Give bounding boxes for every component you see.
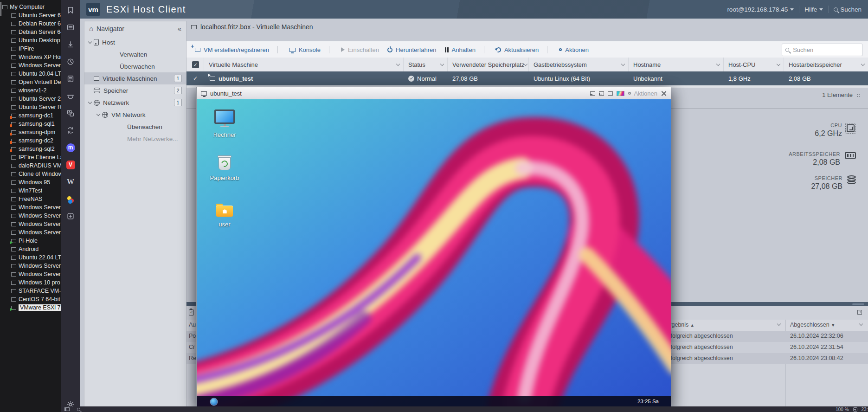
column-header-status[interactable]: Status — [404, 58, 448, 71]
chevron-down-icon[interactable] — [87, 39, 94, 45]
vm-library-item[interactable]: Pi-Hole — [0, 237, 61, 245]
vm-library-item[interactable]: Windows Server 201 — [0, 228, 61, 237]
page-zoom-icon[interactable] — [77, 408, 80, 411]
vm-library-item[interactable]: samsung-sql1 — [0, 120, 61, 128]
vm-library-item[interactable]: samsung-sql2 — [0, 145, 61, 153]
column-header-vm[interactable]: Virtuelle Maschine — [204, 58, 404, 71]
toolbar-button[interactable]: Herunterfahren — [387, 46, 436, 53]
vm-library-item[interactable]: Android — [0, 245, 61, 253]
row-checkbox[interactable]: ✓ — [186, 71, 204, 85]
vm-library-item[interactable]: samsung-dc2 — [0, 136, 61, 145]
window-fullscreen-icon[interactable] — [608, 91, 613, 96]
translate-icon[interactable] — [66, 109, 75, 118]
vm-library-item[interactable]: Win7Test — [0, 187, 61, 195]
vm-library-item[interactable]: Open Virtuell Deskt — [0, 78, 61, 86]
vm-library-item[interactable]: Ubuntu Desktop 64 — [0, 36, 61, 45]
navigator-item[interactable]: Speicher 2 — [84, 84, 186, 97]
vm-library-item[interactable]: My Computer — [0, 3, 61, 11]
console-thumbnail[interactable] — [617, 91, 624, 96]
toolbar-button[interactable]: VM erstellen/registrieren — [192, 46, 269, 53]
vivaldi-panel-icon[interactable]: V — [66, 160, 75, 169]
vm-library-item[interactable]: CentOS 7 64-bit — [0, 295, 61, 303]
colored-dots-panel-icon[interactable] — [66, 194, 75, 204]
navigator-item[interactable]: Virtuelle Maschinen 1 — [84, 72, 186, 84]
window-maximize-icon[interactable] — [599, 91, 604, 96]
vm-library-item[interactable]: VMware ESXi 7 — [0, 303, 61, 312]
toolbar-button[interactable]: Aktualisieren — [484, 46, 539, 53]
zoom-level[interactable]: 100 % — [836, 407, 849, 412]
toolbar-button[interactable]: Konsole — [277, 46, 321, 53]
vm-library-item[interactable]: Windows Server 200 — [0, 220, 61, 228]
navigator-item[interactable]: Überwachen — [84, 121, 186, 133]
vm-library-item[interactable]: IPFire Etienne Lade — [0, 153, 61, 161]
chevron-down-icon[interactable] — [96, 111, 102, 118]
zoom-in-icon[interactable] — [853, 407, 857, 412]
add-panel-icon[interactable] — [66, 212, 75, 221]
vm-library-item[interactable]: Windows 95 — [0, 178, 61, 187]
user-menu[interactable]: root@192.168.178.45 — [727, 6, 794, 13]
vm-library-item[interactable]: Debian Server 64-bi — [0, 28, 61, 36]
bookmarks-icon[interactable] — [66, 6, 75, 15]
column-header-guest-os[interactable]: Gastbetriebssystem — [529, 58, 629, 71]
app-launcher-icon[interactable] — [211, 399, 217, 405]
panel-toggle-icon[interactable] — [64, 407, 70, 411]
vm-library-item[interactable]: winserv1-2 — [0, 86, 61, 95]
global-search[interactable]: Suchen — [834, 6, 862, 13]
vm-library-item[interactable]: FreeNAS — [0, 195, 61, 203]
help-menu[interactable]: Hilfe — [804, 6, 823, 13]
vm-library-item[interactable]: samsung-dpm — [0, 128, 61, 136]
vm-library-item[interactable]: Windows XP Home — [0, 53, 61, 61]
desktop-icon-user-folder[interactable]: user — [203, 202, 246, 228]
vm-library-item[interactable]: Windows Server 201 — [0, 262, 61, 270]
resize-grip-icon[interactable] — [857, 96, 858, 97]
reading-list-icon[interactable] — [66, 23, 75, 32]
toolbar-button[interactable]: Anhalten — [445, 46, 476, 53]
ubuntu-desktop[interactable]: Rechner Papierkorb user 23:25 Sa — [197, 99, 671, 407]
navigator-item[interactable]: Überwachen — [84, 60, 186, 72]
vm-library-item[interactable]: STARFACE VM-Edit — [0, 287, 61, 295]
wikipedia-panel-icon[interactable]: W — [66, 177, 75, 187]
desktop-icon-computer[interactable]: Rechner — [203, 109, 246, 138]
desktop-icon-trash[interactable]: Papierkorb — [203, 155, 246, 181]
column-header-hostname[interactable]: Hostname — [629, 58, 724, 71]
close-icon[interactable] — [661, 90, 667, 96]
search-input[interactable] — [792, 46, 859, 54]
vm-library-item[interactable]: IPFire — [0, 45, 61, 53]
window-restore-icon[interactable] — [590, 91, 595, 96]
console-titlebar[interactable]: ubuntu_test Aktionen — [197, 87, 671, 100]
vm-library-item[interactable]: Windows Server 201 — [0, 212, 61, 220]
toolbar-button[interactable]: Aktionen — [547, 46, 589, 53]
vm-library-item[interactable]: Windows Server 202 — [0, 270, 61, 278]
history-icon[interactable] — [66, 57, 75, 66]
vm-library-item[interactable]: samsung-dc1 — [0, 111, 61, 120]
navigator-item[interactable]: Mehr Netzwerke... — [84, 133, 186, 145]
vm-library-item[interactable]: Debian Router 64-b — [0, 19, 61, 28]
vm-library-item[interactable]: Ubuntu Server 64-b — [0, 11, 61, 19]
vm-library-item[interactable]: Windows Server 201 — [0, 203, 61, 212]
vm-library-item[interactable]: Ubuntu Server Raid — [0, 103, 61, 111]
panel-popout-icon[interactable] — [857, 310, 862, 315]
vm-table-row[interactable]: ✓ ubuntu_test Normal 27,08 GB Ubuntu Lin… — [186, 71, 868, 85]
vm-library-item[interactable]: Ubuntu 22.04 LTS 6 — [0, 253, 61, 262]
navigator-item[interactable]: Host — [84, 36, 186, 48]
column-header-completed[interactable]: Abgeschlossen ▼ — [790, 322, 835, 328]
collapse-panel-button[interactable]: « — [178, 25, 181, 32]
vm-name-cell[interactable]: ubuntu_test — [204, 71, 404, 85]
mastodon-panel-icon[interactable]: m — [66, 143, 75, 152]
notes-icon[interactable] — [66, 74, 75, 84]
downloads-icon[interactable] — [66, 40, 75, 49]
console-actions-button[interactable]: Aktionen — [628, 90, 657, 97]
column-header-host-cpu[interactable]: Host-CPU — [724, 58, 784, 71]
chevron-down-icon[interactable] — [87, 99, 94, 106]
select-all-checkbox[interactable]: ✓ — [186, 58, 204, 71]
window-panel-icon[interactable] — [66, 91, 75, 101]
navigator-item[interactable]: Verwalten — [84, 48, 186, 60]
vm-library-item[interactable]: Windows Server 200 — [0, 61, 61, 70]
vm-library-item[interactable]: Ubuntu Server 2 64 — [0, 95, 61, 103]
vm-library-item[interactable]: Windows 10 pro tes — [0, 278, 61, 287]
navigator-item[interactable]: VM Network — [84, 109, 186, 121]
taskbar[interactable]: 23:25 Sa — [197, 396, 671, 407]
column-header-host-memory[interactable]: Hostarbeitsspeicher — [784, 58, 868, 71]
vm-library-item[interactable]: Clone of Windows — [0, 170, 61, 178]
sync-icon[interactable] — [66, 126, 75, 135]
